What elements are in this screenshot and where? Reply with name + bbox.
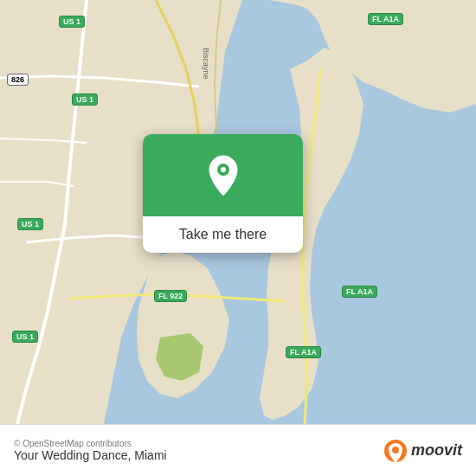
popup-bottom: Take me there — [143, 216, 303, 253]
badge-fla1a-3: FL A1A — [342, 286, 377, 298]
map-container: US 1 FL A1A 826 US 1 US 1 US 1 FL A1A FL… — [0, 0, 476, 424]
bottom-bar: © OpenStreetMap contributors Your Weddin… — [0, 424, 476, 476]
svg-point-4 — [392, 447, 399, 453]
badge-fl922: FL 922 — [154, 290, 187, 302]
biscayne-label: Biscayne — [202, 48, 210, 80]
popup-card: Take me there — [143, 134, 303, 253]
badge-826: 826 — [7, 74, 29, 86]
moovit-label: moovit — [411, 441, 462, 460]
moovit-logo-icon — [383, 439, 408, 463]
badge-us1-2: US 1 — [72, 93, 98, 106]
badge-fla1a-top: FL A1A — [368, 13, 403, 25]
moovit-logo: moovit — [383, 439, 462, 463]
bottom-left: © OpenStreetMap contributors Your Weddin… — [14, 439, 167, 462]
badge-us1-top: US 1 — [59, 16, 85, 28]
badge-us1-3: US 1 — [17, 218, 43, 230]
location-name: Your Wedding Dance, Miami — [14, 448, 167, 462]
copyright-text: © OpenStreetMap contributors — [14, 439, 167, 448]
location-pin-icon — [205, 154, 241, 197]
badge-us1-4: US 1 — [12, 331, 38, 343]
popup-top — [143, 134, 303, 216]
badge-fla1a-4: FL A1A — [286, 346, 321, 358]
svg-point-2 — [221, 167, 226, 172]
take-me-there-button[interactable]: Take me there — [151, 227, 294, 242]
